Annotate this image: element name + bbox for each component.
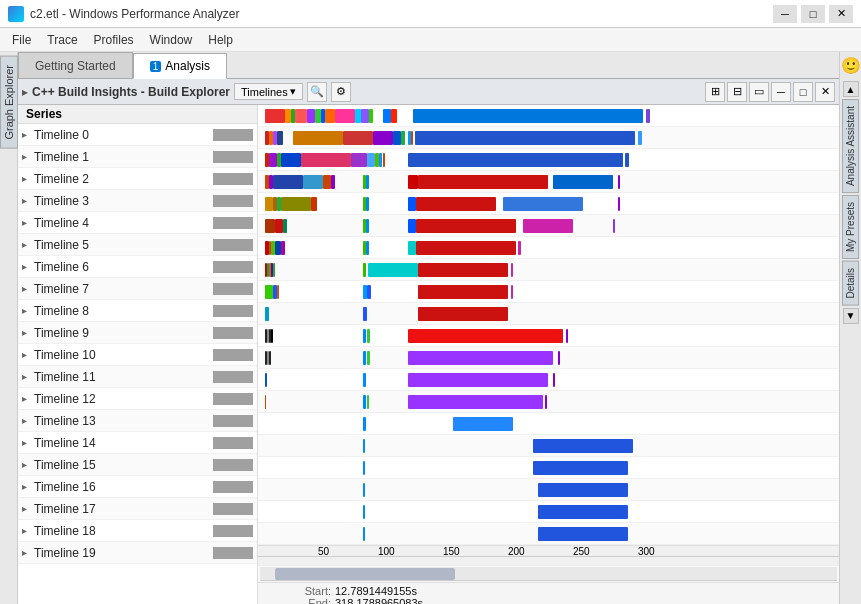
series-mini-bar	[213, 283, 253, 295]
expand-icon: ▸	[22, 129, 34, 140]
timeline-block	[275, 219, 283, 233]
icon-maximize[interactable]: □	[793, 82, 813, 102]
timeline-row[interactable]	[258, 325, 839, 347]
series-row[interactable]: ▸ Timeline 3	[18, 190, 257, 212]
series-row[interactable]: ▸ Timeline 17	[18, 498, 257, 520]
series-row[interactable]: ▸ Timeline 9	[18, 322, 257, 344]
timelines-dropdown[interactable]: Timelines ▾	[234, 83, 303, 100]
tab-analysis[interactable]: 1 Analysis	[133, 53, 227, 79]
series-mini-bar	[213, 327, 253, 339]
search-button[interactable]: 🔍	[307, 82, 327, 102]
series-row[interactable]: ▸ Timeline 4	[18, 212, 257, 234]
series-row[interactable]: ▸ Timeline 15	[18, 454, 257, 476]
series-row[interactable]: ▸ Timeline 14	[18, 432, 257, 454]
timeline-block	[538, 505, 628, 519]
timeline-row[interactable]	[258, 281, 839, 303]
timeline-row[interactable]	[258, 127, 839, 149]
menu-profiles[interactable]: Profiles	[86, 31, 142, 49]
expand-icon: ▸	[22, 415, 34, 426]
timeline-row[interactable]	[258, 149, 839, 171]
timeline-block	[363, 395, 366, 409]
timeline-row[interactable]	[258, 259, 839, 281]
timeline-scrollbar[interactable]	[260, 567, 837, 581]
timeline-block	[325, 109, 335, 123]
timeline-block	[618, 175, 620, 189]
series-row[interactable]: ▸ Timeline 1	[18, 146, 257, 168]
timeline-block	[271, 329, 273, 343]
timeline-row[interactable]	[258, 347, 839, 369]
menu-window[interactable]: Window	[142, 31, 201, 49]
timeline-block	[418, 175, 548, 189]
icon-view3[interactable]: ▭	[749, 82, 769, 102]
timeline-row[interactable]	[258, 237, 839, 259]
timeline-row[interactable]	[258, 457, 839, 479]
timeline-block	[269, 351, 271, 365]
series-row[interactable]: ▸ Timeline 19	[18, 542, 257, 564]
series-name: Timeline 9	[34, 326, 209, 340]
timeline-row[interactable]	[258, 215, 839, 237]
settings-button[interactable]: ⚙	[331, 82, 351, 102]
tab-getting-started[interactable]: Getting Started	[18, 52, 133, 78]
series-row[interactable]: ▸ Timeline 7	[18, 278, 257, 300]
timeline-row[interactable]	[258, 105, 839, 127]
timeline-block	[343, 131, 373, 145]
icon-view1[interactable]: ⊞	[705, 82, 725, 102]
panel-body: Series ▸ Timeline 0 ▸ Timeline 1 ▸ Timel…	[18, 105, 839, 604]
menu-trace[interactable]: Trace	[39, 31, 85, 49]
details-tab[interactable]: Details	[842, 261, 859, 306]
series-name: Timeline 7	[34, 282, 209, 296]
menu-bar: File Trace Profiles Window Help	[0, 28, 861, 52]
timeline-row[interactable]	[258, 391, 839, 413]
scroll-down-icon[interactable]: ▼	[843, 308, 859, 324]
series-name: Timeline 16	[34, 480, 209, 494]
analysis-assistant-tab[interactable]: Analysis Assistant	[842, 99, 859, 193]
menu-file[interactable]: File	[4, 31, 39, 49]
icon-view2[interactable]: ⊟	[727, 82, 747, 102]
close-button[interactable]: ✕	[829, 5, 853, 23]
series-row[interactable]: ▸ Timeline 5	[18, 234, 257, 256]
series-mini-bar	[213, 349, 253, 361]
menu-help[interactable]: Help	[200, 31, 241, 49]
series-row[interactable]: ▸ Timeline 0	[18, 124, 257, 146]
series-row[interactable]: ▸ Timeline 16	[18, 476, 257, 498]
timeline-block	[408, 395, 543, 409]
timeline-block	[281, 153, 301, 167]
scroll-up-icon[interactable]: ▲	[843, 81, 859, 97]
series-name: Timeline 12	[34, 392, 209, 406]
timeline-row[interactable]	[258, 523, 839, 545]
timeline-row[interactable]	[258, 413, 839, 435]
series-name: Timeline 10	[34, 348, 209, 362]
series-row[interactable]: ▸ Timeline 11	[18, 366, 257, 388]
scrollbar-thumb[interactable]	[275, 568, 455, 580]
series-name: Timeline 8	[34, 304, 209, 318]
timeline-row[interactable]	[258, 171, 839, 193]
timeline-row[interactable]	[258, 193, 839, 215]
timeline-block	[363, 483, 365, 497]
timeline-block	[367, 329, 370, 343]
series-row[interactable]: ▸ Timeline 2	[18, 168, 257, 190]
series-row[interactable]: ▸ Timeline 10	[18, 344, 257, 366]
icon-minimize[interactable]: ─	[771, 82, 791, 102]
series-list[interactable]: Series ▸ Timeline 0 ▸ Timeline 1 ▸ Timel…	[18, 105, 258, 604]
timeline-block	[411, 131, 413, 145]
timeline-row[interactable]	[258, 369, 839, 391]
timeline-row[interactable]	[258, 501, 839, 523]
icon-close[interactable]: ✕	[815, 82, 835, 102]
graph-explorer-tab[interactable]: Graph Explorer	[0, 56, 18, 149]
series-row[interactable]: ▸ Timeline 6	[18, 256, 257, 278]
series-mini-bar	[213, 371, 253, 383]
timeline-row[interactable]	[258, 303, 839, 325]
my-presets-tab[interactable]: My Presets	[842, 195, 859, 259]
series-row[interactable]: ▸ Timeline 12	[18, 388, 257, 410]
expand-icon: ▸	[22, 283, 34, 294]
timeline-block	[393, 131, 401, 145]
series-row[interactable]: ▸ Timeline 8	[18, 300, 257, 322]
minimize-button[interactable]: ─	[773, 5, 797, 23]
timeline-row[interactable]	[258, 479, 839, 501]
series-row[interactable]: ▸ Timeline 18	[18, 520, 257, 542]
series-row[interactable]: ▸ Timeline 13	[18, 410, 257, 432]
maximize-button[interactable]: □	[801, 5, 825, 23]
timeline-block	[408, 175, 418, 189]
timeline-row[interactable]	[258, 435, 839, 457]
timeline-block	[418, 285, 508, 299]
